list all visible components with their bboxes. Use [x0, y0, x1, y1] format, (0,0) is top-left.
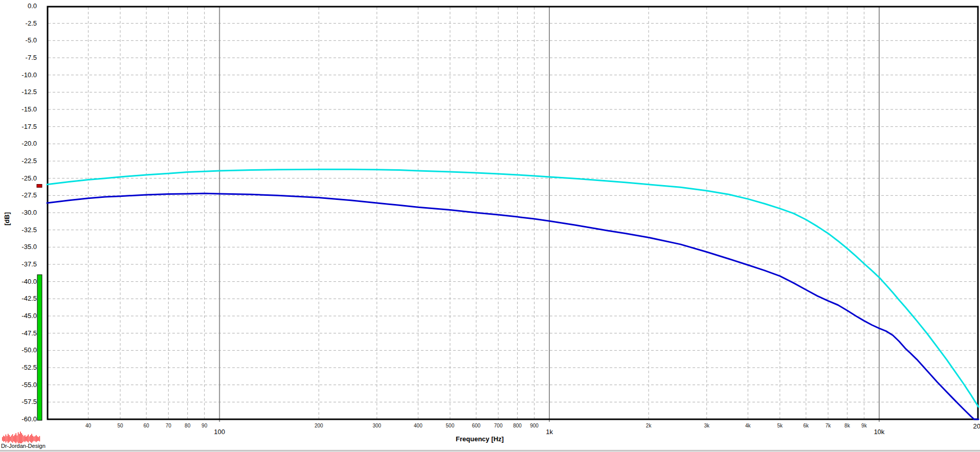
y-tick-label: -45.0: [0, 312, 37, 320]
x-tick-label: 20k: [973, 423, 980, 430]
y-tick-label: -60.0: [0, 415, 37, 423]
y-tick-label: -25.0: [0, 174, 37, 183]
y-tick-label: -20.0: [0, 140, 37, 148]
waveform-bar: [38, 437, 39, 441]
waveform-bar: [24, 436, 25, 442]
y-tick-label: -47.5: [0, 329, 37, 337]
waveform-bar: [11, 436, 12, 442]
waveform-bar: [10, 437, 11, 441]
x-tick-label: 100: [214, 428, 225, 436]
y-axis-title: [dB]: [3, 207, 11, 231]
waveform-bar: [21, 433, 22, 443]
y-tick-label: -2.5: [0, 19, 37, 28]
waveform-bar: [34, 437, 35, 441]
waveform-bar: [31, 434, 32, 443]
dr-jordan-design-logo: Dr-Jordan-Design: [1, 431, 47, 450]
y-tick-label: -37.5: [0, 260, 37, 268]
waveform-bar: [39, 436, 40, 442]
waveform-bar: [35, 436, 36, 442]
frequency-response-chart: [0, 0, 980, 452]
x-tick-label: 500: [446, 423, 455, 428]
waveform-bar: [4, 436, 5, 441]
x-tick-label: 90: [202, 423, 207, 428]
waveform-bar: [26, 437, 27, 441]
x-tick-label: 700: [494, 423, 503, 428]
x-tick-label: 4k: [745, 423, 751, 428]
y-tick-label: -57.5: [0, 398, 37, 406]
x-tick-label: 80: [185, 423, 190, 428]
x-tick-label: 300: [373, 423, 382, 428]
waveform-bar: [20, 432, 21, 443]
waveform-bar: [25, 435, 26, 442]
waveform-bar: [29, 436, 30, 441]
window-bottom-frame: [0, 450, 980, 452]
y-tick-label: 0.0: [0, 2, 37, 10]
waveform-bar: [18, 432, 19, 443]
lower-response-curve: [47, 193, 978, 419]
x-tick-label: 5k: [777, 423, 783, 428]
x-tick-label: 6k: [804, 423, 809, 428]
waveform-bar: [32, 436, 33, 442]
x-tick-label: 200: [315, 423, 323, 428]
waveform-bar: [8, 434, 9, 443]
waveform-bar: [37, 436, 38, 441]
red-level-marker: [37, 184, 42, 187]
x-tick-label: 10k: [874, 428, 884, 436]
x-tick-label: 70: [166, 423, 171, 428]
waveform-bar: [15, 433, 16, 443]
waveform-bar: [19, 434, 20, 443]
y-tick-label: -52.5: [0, 364, 37, 372]
x-tick-label: 50: [117, 423, 123, 428]
x-tick-label: 40: [85, 423, 91, 428]
y-tick-label: -12.5: [0, 88, 37, 96]
y-tick-label: -7.5: [0, 54, 37, 62]
waveform-bar: [2, 437, 3, 441]
x-tick-label: 600: [472, 423, 481, 428]
waveform-bar: [13, 436, 14, 442]
waveform-bar: [27, 436, 28, 442]
y-tick-label: -42.5: [0, 295, 37, 303]
waveform-bar: [14, 435, 15, 442]
x-axis-title: Frequency [Hz]: [429, 435, 531, 443]
x-tick-label: 8k: [844, 423, 850, 428]
waveform-bar: [6, 435, 7, 443]
measurement-window: 0.0-2.5-5.0-7.5-10.0-12.5-15.0-17.5-20.0…: [0, 0, 980, 452]
y-tick-label: -22.5: [0, 157, 37, 165]
waveform-bar: [23, 435, 24, 442]
y-tick-label: -50.0: [0, 346, 37, 354]
upper-response-curve: [47, 169, 978, 407]
y-tick-label: -35.0: [0, 243, 37, 251]
y-tick-label: -10.0: [0, 71, 37, 79]
waveform-bar: [7, 436, 8, 442]
x-tick-label: 1k: [546, 428, 553, 436]
y-tick-label: -27.5: [0, 191, 37, 199]
waveform-bar: [3, 436, 4, 442]
x-tick-label: 60: [144, 423, 149, 428]
x-tick-label: 3k: [704, 423, 709, 428]
x-tick-label: 2k: [646, 423, 652, 428]
y-tick-label: -15.0: [0, 105, 37, 114]
y-tick-label: -17.5: [0, 123, 37, 131]
waveform-bar: [17, 436, 18, 442]
logo-text: Dr-Jordan-Design: [1, 443, 46, 449]
x-tick-label: 7k: [826, 423, 831, 428]
waveform-bar: [9, 435, 10, 442]
y-tick-label: -40.0: [0, 278, 37, 286]
x-tick-label: 900: [530, 423, 539, 428]
green-level-bar: [37, 275, 42, 420]
x-tick-label: 800: [513, 423, 522, 428]
y-tick-label: -5.0: [0, 36, 37, 44]
x-tick-label: 9k: [861, 423, 867, 428]
waveform-bar: [28, 435, 29, 443]
waveform-bar: [30, 435, 31, 442]
y-tick-label: -55.0: [0, 381, 37, 389]
red-waveform-icon: [2, 431, 41, 443]
waveform-bar: [36, 435, 37, 442]
waveform-bar: [12, 434, 13, 443]
x-tick-label: 400: [414, 423, 422, 428]
